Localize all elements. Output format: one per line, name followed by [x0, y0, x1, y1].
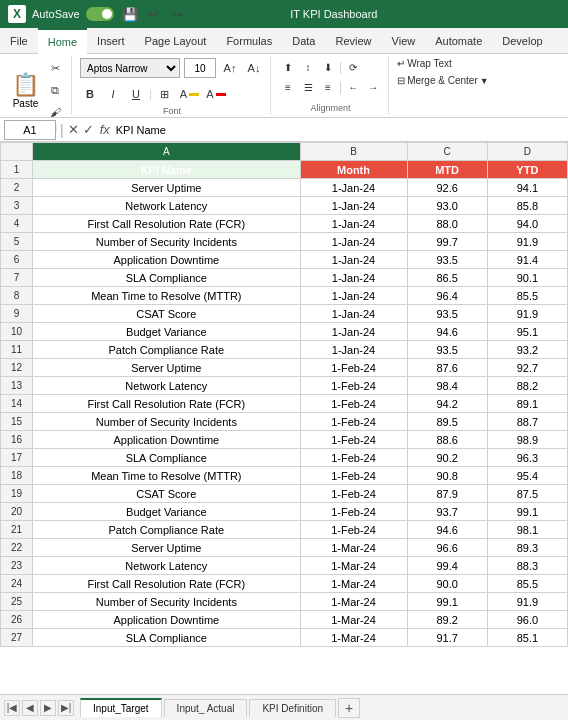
tab-automate[interactable]: Automate [425, 28, 492, 54]
sheet-tab-kpi-definition[interactable]: KPI Definition [249, 699, 336, 717]
cell-mtd-3[interactable]: 93.0 [407, 197, 487, 215]
cell-ytd-23[interactable]: 88.3 [487, 557, 567, 575]
increase-font-btn[interactable]: A↑ [220, 58, 240, 78]
autosave-toggle[interactable] [86, 7, 114, 21]
cell-ytd-12[interactable]: 92.7 [487, 359, 567, 377]
cell-ytd-19[interactable]: 87.5 [487, 485, 567, 503]
cell-month-3[interactable]: 1-Jan-24 [300, 197, 407, 215]
cell-mtd-14[interactable]: 94.2 [407, 395, 487, 413]
cell-ytd-22[interactable]: 89.3 [487, 539, 567, 557]
cell-name-21[interactable]: Patch Compliance Rate [33, 521, 300, 539]
ytd-header[interactable]: YTD [487, 161, 567, 179]
cell-mtd-6[interactable]: 93.5 [407, 251, 487, 269]
tab-home[interactable]: Home [38, 28, 87, 54]
copy-icon[interactable]: ⧉ [45, 80, 65, 100]
cell-name-14[interactable]: First Call Resolution Rate (FCR) [33, 395, 300, 413]
cell-month-18[interactable]: 1-Feb-24 [300, 467, 407, 485]
indent-dec-btn[interactable]: ← [344, 78, 362, 96]
cell-month-22[interactable]: 1-Mar-24 [300, 539, 407, 557]
tab-develop[interactable]: Develop [492, 28, 552, 54]
font-color-btn[interactable]: A [204, 84, 227, 104]
cell-ytd-10[interactable]: 95.1 [487, 323, 567, 341]
merge-center-button[interactable]: ⊟ Merge & Center ▼ [397, 75, 489, 86]
bold-btn[interactable]: B [80, 84, 100, 104]
cell-month-14[interactable]: 1-Feb-24 [300, 395, 407, 413]
sheet-nav-first[interactable]: |◀ [4, 700, 20, 716]
cell-month-23[interactable]: 1-Mar-24 [300, 557, 407, 575]
cell-month-6[interactable]: 1-Jan-24 [300, 251, 407, 269]
name-box[interactable] [4, 120, 56, 140]
underline-btn[interactable]: U [126, 84, 146, 104]
border-btn[interactable]: ⊞ [155, 84, 175, 104]
cell-name-7[interactable]: SLA Compliance [33, 269, 300, 287]
cell-name-10[interactable]: Budget Variance [33, 323, 300, 341]
sheet-nav-next[interactable]: ▶ [40, 700, 56, 716]
cell-ytd-3[interactable]: 85.8 [487, 197, 567, 215]
indent-inc-btn[interactable]: → [364, 78, 382, 96]
cell-ytd-25[interactable]: 91.9 [487, 593, 567, 611]
mtd-header[interactable]: MTD [407, 161, 487, 179]
cell-ytd-8[interactable]: 85.5 [487, 287, 567, 305]
add-sheet-button[interactable]: + [338, 698, 360, 718]
cell-month-17[interactable]: 1-Feb-24 [300, 449, 407, 467]
italic-btn[interactable]: I [103, 84, 123, 104]
cell-mtd-26[interactable]: 89.2 [407, 611, 487, 629]
align-right-btn[interactable]: ≡ [319, 78, 337, 96]
cell-month-21[interactable]: 1-Feb-24 [300, 521, 407, 539]
cell-ytd-5[interactable]: 91.9 [487, 233, 567, 251]
cell-mtd-16[interactable]: 88.6 [407, 431, 487, 449]
cell-mtd-22[interactable]: 96.6 [407, 539, 487, 557]
cell-name-13[interactable]: Network Latency [33, 377, 300, 395]
cell-name-12[interactable]: Server Uptime [33, 359, 300, 377]
cell-mtd-24[interactable]: 90.0 [407, 575, 487, 593]
cell-month-10[interactable]: 1-Jan-24 [300, 323, 407, 341]
tab-view[interactable]: View [382, 28, 426, 54]
align-middle-btn[interactable]: ↕ [299, 58, 317, 76]
cell-mtd-19[interactable]: 87.9 [407, 485, 487, 503]
cell-mtd-8[interactable]: 96.4 [407, 287, 487, 305]
cell-month-15[interactable]: 1-Feb-24 [300, 413, 407, 431]
cell-month-9[interactable]: 1-Jan-24 [300, 305, 407, 323]
cell-name-11[interactable]: Patch Compliance Rate [33, 341, 300, 359]
sheet-nav-prev[interactable]: ◀ [22, 700, 38, 716]
cell-month-16[interactable]: 1-Feb-24 [300, 431, 407, 449]
cell-name-5[interactable]: Number of Security Incidents [33, 233, 300, 251]
redo-icon[interactable]: ↪ [168, 4, 188, 24]
cell-month-2[interactable]: 1-Jan-24 [300, 179, 407, 197]
cell-month-13[interactable]: 1-Feb-24 [300, 377, 407, 395]
cell-mtd-2[interactable]: 92.6 [407, 179, 487, 197]
cell-mtd-11[interactable]: 93.5 [407, 341, 487, 359]
col-header-a[interactable]: A [33, 143, 300, 161]
cell-month-25[interactable]: 1-Mar-24 [300, 593, 407, 611]
cell-ytd-26[interactable]: 96.0 [487, 611, 567, 629]
wrap-text-button[interactable]: ↵ Wrap Text [397, 58, 452, 69]
cell-mtd-10[interactable]: 94.6 [407, 323, 487, 341]
tab-insert[interactable]: Insert [87, 28, 135, 54]
align-top-btn[interactable]: ⬆ [279, 58, 297, 76]
cell-mtd-20[interactable]: 93.7 [407, 503, 487, 521]
cell-ytd-4[interactable]: 94.0 [487, 215, 567, 233]
cell-name-19[interactable]: CSAT Score [33, 485, 300, 503]
cell-mtd-27[interactable]: 91.7 [407, 629, 487, 647]
month-header[interactable]: Month [300, 161, 407, 179]
sheet-tab-input-actual[interactable]: Input_ Actual [164, 699, 248, 717]
cell-mtd-23[interactable]: 99.4 [407, 557, 487, 575]
cell-mtd-15[interactable]: 89.5 [407, 413, 487, 431]
cell-name-17[interactable]: SLA Compliance [33, 449, 300, 467]
cell-ytd-17[interactable]: 96.3 [487, 449, 567, 467]
undo-icon[interactable]: ↩ [144, 4, 164, 24]
formula-x-icon[interactable]: ✕ [68, 122, 79, 137]
cell-ytd-16[interactable]: 98.9 [487, 431, 567, 449]
cell-ytd-18[interactable]: 95.4 [487, 467, 567, 485]
sheet-nav-last[interactable]: ▶| [58, 700, 74, 716]
align-center-btn[interactable]: ☰ [299, 78, 317, 96]
cell-ytd-20[interactable]: 99.1 [487, 503, 567, 521]
cell-name-22[interactable]: Server Uptime [33, 539, 300, 557]
tab-file[interactable]: File [0, 28, 38, 54]
cell-month-26[interactable]: 1-Mar-24 [300, 611, 407, 629]
cell-name-20[interactable]: Budget Variance [33, 503, 300, 521]
cell-mtd-17[interactable]: 90.2 [407, 449, 487, 467]
align-bottom-btn[interactable]: ⬇ [319, 58, 337, 76]
font-size-input[interactable] [184, 58, 216, 78]
tab-review[interactable]: Review [325, 28, 381, 54]
